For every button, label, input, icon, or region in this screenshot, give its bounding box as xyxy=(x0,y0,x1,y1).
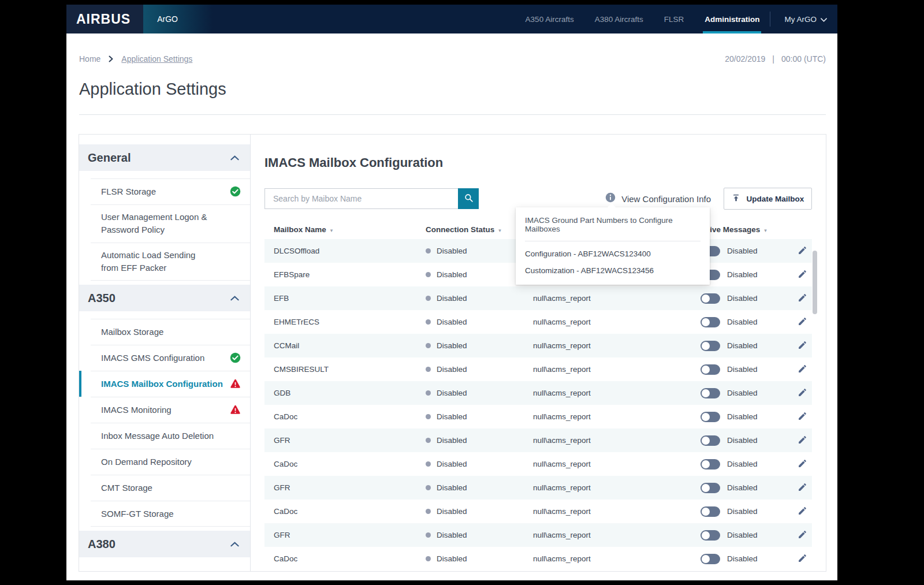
view-config-label: View Configuration Info xyxy=(621,194,711,204)
argo-app-tab[interactable]: ArGO xyxy=(143,5,213,33)
connection-status-cell: Disabled xyxy=(426,341,533,350)
breadcrumb-current-link[interactable]: Application Settings xyxy=(121,54,192,64)
sidebar-section-header[interactable]: A380 xyxy=(79,531,250,557)
connection-status-cell: Disabled xyxy=(426,460,533,468)
edit-button[interactable] xyxy=(798,293,807,304)
sort-caret-icon: ▾ xyxy=(764,228,767,233)
status-dot-icon xyxy=(426,532,431,538)
sidebar-item[interactable]: Mailbox Storage xyxy=(79,319,250,345)
sidebar-item[interactable]: SOMF-GT Storage xyxy=(79,501,250,527)
table-row: EHMETrECS Disabled null\acms_report Disa… xyxy=(264,310,812,334)
toggle-knob-icon xyxy=(702,460,710,468)
search-button[interactable] xyxy=(458,188,479,209)
nav-item[interactable]: A380 Aircrafts xyxy=(595,5,643,33)
receive-toggle[interactable] xyxy=(701,341,720,351)
mailbox-name-cell: EFB xyxy=(264,294,426,303)
panel-title: IMACS Mailbox Configuration xyxy=(264,155,826,170)
receive-toggle[interactable] xyxy=(701,459,720,470)
breadcrumb-home-link[interactable]: Home xyxy=(79,54,100,64)
edit-button[interactable] xyxy=(798,553,807,565)
column-header-receive-messages[interactable]: Receive Messages▾ xyxy=(701,225,793,234)
receive-toggle-label: Disabled xyxy=(727,412,758,421)
receive-toggle[interactable] xyxy=(701,435,720,446)
scrollbar-thumb[interactable] xyxy=(813,251,817,314)
nav-item[interactable]: A350 Aircrafts xyxy=(526,5,574,33)
edit-button[interactable] xyxy=(798,459,807,470)
receive-toggle-label: Disabled xyxy=(727,270,758,279)
edit-button[interactable] xyxy=(798,530,807,541)
edit-button[interactable] xyxy=(798,316,807,328)
sidebar-item[interactable]: FLSR Storage xyxy=(79,178,250,204)
receive-messages-cell: Disabled xyxy=(701,341,793,351)
sidebar-item[interactable]: IMACS GMS Configuration xyxy=(79,345,250,371)
sidebar-item-label: Automatic Load Sending from EFF Packer xyxy=(101,249,195,274)
header-datetime: 20/02/2019 | 00:00 (UTC) xyxy=(725,54,826,64)
user-menu[interactable]: My ArGO xyxy=(784,15,827,24)
sidebar-item-label: Inbox Message Auto Deletion xyxy=(101,430,214,442)
mailbox-name-cell: CMSBIRESULT xyxy=(264,365,426,374)
toggle-knob-icon xyxy=(702,295,710,303)
receive-toggle[interactable] xyxy=(701,530,720,541)
edit-button[interactable] xyxy=(798,482,807,494)
sidebar-item-label: SOMF-GT Storage xyxy=(101,508,174,520)
receive-toggle[interactable] xyxy=(701,317,720,327)
nav-item[interactable]: FLSR xyxy=(664,5,684,33)
edit-button[interactable] xyxy=(798,340,807,352)
edit-button[interactable] xyxy=(798,364,807,375)
sidebar-section-header[interactable]: A350 xyxy=(79,285,250,311)
pencil-icon xyxy=(798,269,807,281)
receive-toggle[interactable] xyxy=(701,483,720,493)
status-dot-icon xyxy=(426,438,431,443)
sidebar-item[interactable]: Automatic Load Sending from EFF Packer xyxy=(79,243,250,281)
pencil-icon xyxy=(798,553,807,565)
receive-toggle[interactable] xyxy=(701,388,720,398)
header-time: 00:00 (UTC) xyxy=(781,54,826,64)
column-header-label: Mailbox Name xyxy=(274,225,326,234)
receive-toggle[interactable] xyxy=(701,293,720,304)
connection-status-label: Disabled xyxy=(437,436,467,445)
edit-button[interactable] xyxy=(798,411,807,423)
sidebar-item[interactable]: CMT Storage xyxy=(79,475,250,501)
receive-toggle[interactable] xyxy=(701,364,720,375)
edit-button[interactable] xyxy=(798,387,807,399)
toggle-knob-icon xyxy=(702,366,710,374)
edit-button[interactable] xyxy=(798,269,807,281)
sidebar-item[interactable]: IMACS Mailbox Configuration xyxy=(79,371,250,397)
pencil-icon xyxy=(798,293,807,304)
status-dot-icon xyxy=(426,461,431,467)
update-mailbox-button[interactable]: Update Mailbox xyxy=(724,188,812,210)
search-input[interactable] xyxy=(264,188,458,209)
edit-button[interactable] xyxy=(798,245,807,257)
sidebar-section-items: Mailbox Storage IMACS GMS Configuration … xyxy=(79,319,250,527)
sidebar-section-header[interactable]: General xyxy=(79,144,250,171)
sort-caret-icon: ▾ xyxy=(498,228,501,233)
table-row: CMSBIRESULT Disabled null\acms_report Di… xyxy=(264,357,812,381)
warning-triangle-icon xyxy=(230,378,241,389)
toggle-knob-icon xyxy=(702,555,710,563)
sidebar-item[interactable]: On Demand Repository xyxy=(79,449,250,475)
receive-toggle[interactable] xyxy=(701,412,720,422)
connection-status-label: Disabled xyxy=(437,365,467,374)
receive-toggle[interactable] xyxy=(701,554,720,564)
edit-button[interactable] xyxy=(798,435,807,446)
pencil-icon xyxy=(798,482,807,494)
pencil-icon xyxy=(798,411,807,423)
sidebar-item[interactable]: Inbox Message Auto Deletion xyxy=(79,423,250,449)
receive-toggle[interactable] xyxy=(701,506,720,517)
connection-status-label: Disabled xyxy=(437,531,467,539)
nav-item[interactable]: Administration xyxy=(705,5,759,33)
mailbox-name-cell: GFR xyxy=(264,436,426,445)
status-dot-icon xyxy=(426,296,431,301)
pencil-icon xyxy=(798,387,807,399)
column-header-mailbox-name[interactable]: Mailbox Name▾ xyxy=(264,225,426,234)
breadcrumb: Home Application Settings 20/02/2019 | 0… xyxy=(79,53,826,65)
sidebar-item[interactable]: User Management Logon & Password Policy xyxy=(79,204,250,243)
sidebar-section-title: A350 xyxy=(88,292,116,305)
status-dot-icon xyxy=(426,272,431,277)
view-config-info[interactable]: View Configuration Info xyxy=(605,192,711,205)
table-row: CaDoc Disabled null\acms_report Disabled xyxy=(264,547,812,571)
table-row: CaDoc Disabled null\acms_report Disabled xyxy=(264,500,812,523)
status-dot-icon xyxy=(426,390,431,396)
sidebar-item[interactable]: IMACS Monitoring xyxy=(79,397,250,423)
edit-button[interactable] xyxy=(798,506,807,517)
